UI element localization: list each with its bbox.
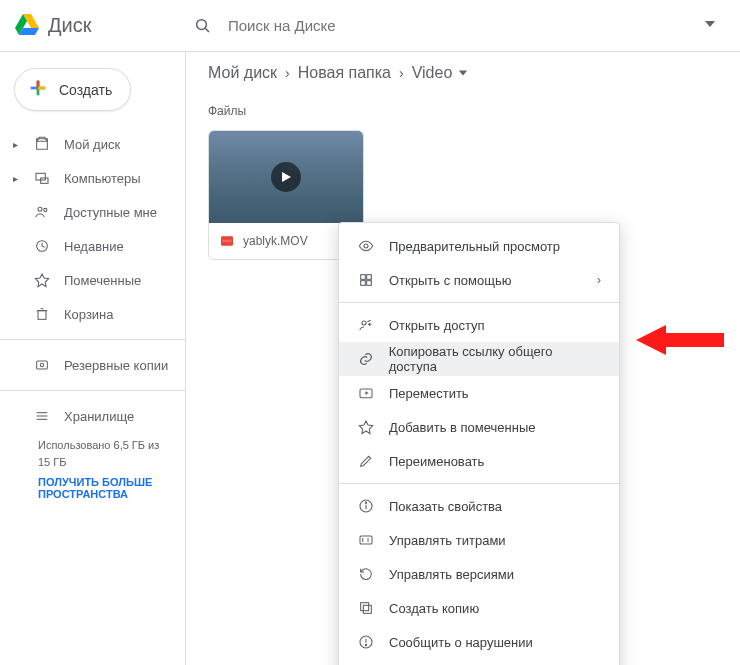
rename-icon <box>357 453 375 469</box>
section-label: Файлы <box>208 104 724 118</box>
trash-icon <box>32 306 52 322</box>
ctx-label: Управлять титрами <box>389 533 506 548</box>
link-icon <box>357 351 375 367</box>
svg-rect-43 <box>360 536 372 544</box>
svg-marker-10 <box>37 139 48 150</box>
breadcrumb-item-current[interactable]: Video <box>412 64 469 82</box>
plus-icon <box>27 77 49 102</box>
ctx-open-with[interactable]: Открыть с помощью › <box>339 263 619 297</box>
svg-marker-39 <box>359 421 372 434</box>
ctx-label: Копировать ссылку общего доступа <box>389 344 601 374</box>
sidebar-item-label: Компьютеры <box>64 171 141 186</box>
svg-point-3 <box>197 19 207 29</box>
ctx-rename[interactable]: Переименовать <box>339 444 619 478</box>
app-logo-wrap[interactable]: Диск <box>14 11 184 40</box>
search-bar[interactable] <box>184 6 698 46</box>
new-button[interactable]: Создать <box>14 68 131 111</box>
sidebar: Создать ▸ Мой диск ▸ Компьютеры Доступны… <box>0 52 186 665</box>
star-icon <box>32 272 52 288</box>
shared-icon <box>32 204 52 220</box>
svg-point-30 <box>364 244 368 248</box>
sidebar-item-computers[interactable]: ▸ Компьютеры <box>0 161 185 195</box>
sidebar-item-starred[interactable]: Помеченные <box>0 263 185 297</box>
svg-point-35 <box>362 321 366 325</box>
copy-icon <box>357 600 375 616</box>
info-icon <box>357 498 375 514</box>
ctx-label: Добавить в помеченные <box>389 420 536 435</box>
play-icon <box>271 162 301 192</box>
star-add-icon <box>357 419 375 435</box>
move-icon <box>357 385 375 401</box>
ctx-move[interactable]: Переместить <box>339 376 619 410</box>
svg-marker-26 <box>459 71 467 76</box>
report-icon <box>357 634 375 650</box>
ctx-add-star[interactable]: Добавить в помеченные <box>339 410 619 444</box>
svg-marker-27 <box>282 172 291 182</box>
ctx-label: Открыть с помощью <box>389 273 511 288</box>
app-name: Диск <box>48 14 91 37</box>
sidebar-item-my-drive[interactable]: ▸ Мой диск <box>0 127 185 161</box>
sidebar-item-label: Мой диск <box>64 137 120 152</box>
sidebar-item-label: Недавние <box>64 239 124 254</box>
ctx-copy-share-link[interactable]: Копировать ссылку общего доступа <box>339 342 619 376</box>
ctx-label: Сообщить о нарушении <box>389 635 533 650</box>
svg-point-14 <box>38 207 42 211</box>
my-drive-icon <box>32 136 52 152</box>
topbar: Диск <box>0 0 740 52</box>
storage-upgrade-link[interactable]: ПОЛУЧИТЬ БОЛЬШЕ ПРОСТРАНСТВА <box>0 470 185 500</box>
svg-rect-33 <box>361 281 366 286</box>
sidebar-item-storage[interactable]: Хранилище <box>0 399 185 433</box>
ctx-label: Управлять версиями <box>389 567 514 582</box>
eye-icon <box>357 238 375 254</box>
svg-rect-34 <box>367 281 372 286</box>
ctx-captions[interactable]: Управлять титрами <box>339 523 619 557</box>
svg-point-42 <box>365 502 366 503</box>
versions-icon <box>357 566 375 582</box>
ctx-make-copy[interactable]: Создать копию <box>339 591 619 625</box>
chevron-right-icon: › <box>285 65 290 81</box>
ctx-label: Создать копию <box>389 601 479 616</box>
file-name: yablyk.MOV <box>243 234 308 248</box>
ctx-label: Открыть доступ <box>389 318 485 333</box>
ctx-download[interactable]: Скачать <box>339 659 619 665</box>
ctx-report[interactable]: Сообщить о нарушении <box>339 625 619 659</box>
search-icon <box>194 17 212 35</box>
expand-icon: ▸ <box>10 139 20 150</box>
ctx-separator <box>339 483 619 484</box>
file-thumbnail <box>209 131 363 223</box>
sidebar-item-label: Доступные мне <box>64 205 157 220</box>
share-icon <box>357 317 375 333</box>
computers-icon <box>32 170 52 186</box>
sidebar-item-trash[interactable]: Корзина <box>0 297 185 331</box>
open-with-icon <box>357 272 375 288</box>
search-input[interactable] <box>226 16 698 35</box>
svg-rect-32 <box>367 275 372 280</box>
ctx-separator <box>339 302 619 303</box>
ctx-label: Переименовать <box>389 454 484 469</box>
breadcrumb-item[interactable]: Новая папка <box>298 64 391 82</box>
sidebar-item-shared[interactable]: Доступные мне <box>0 195 185 229</box>
search-options-icon[interactable] <box>698 12 722 39</box>
new-button-label: Создать <box>59 82 112 98</box>
svg-rect-21 <box>37 361 48 369</box>
drive-logo-icon <box>14 11 40 40</box>
svg-rect-45 <box>361 603 369 611</box>
svg-marker-17 <box>35 274 48 287</box>
backups-icon <box>32 357 52 373</box>
ctx-label: Показать свойства <box>389 499 502 514</box>
ctx-preview[interactable]: Предварительный просмотр <box>339 229 619 263</box>
sidebar-item-recent[interactable]: Недавние <box>0 229 185 263</box>
chevron-right-icon: › <box>399 65 404 81</box>
breadcrumb: Мой диск › Новая папка › Video <box>208 64 724 82</box>
sidebar-item-label: Резервные копии <box>64 358 168 373</box>
sidebar-item-label: Корзина <box>64 307 114 322</box>
breadcrumb-item[interactable]: Мой диск <box>208 64 277 82</box>
nav-divider <box>0 390 185 391</box>
ctx-versions[interactable]: Управлять версиями <box>339 557 619 591</box>
svg-rect-13 <box>41 178 48 183</box>
svg-rect-29 <box>222 240 231 243</box>
recent-icon <box>32 238 52 254</box>
ctx-share[interactable]: Открыть доступ <box>339 308 619 342</box>
sidebar-item-backups[interactable]: Резервные копии <box>0 348 185 382</box>
ctx-details[interactable]: Показать свойства <box>339 489 619 523</box>
